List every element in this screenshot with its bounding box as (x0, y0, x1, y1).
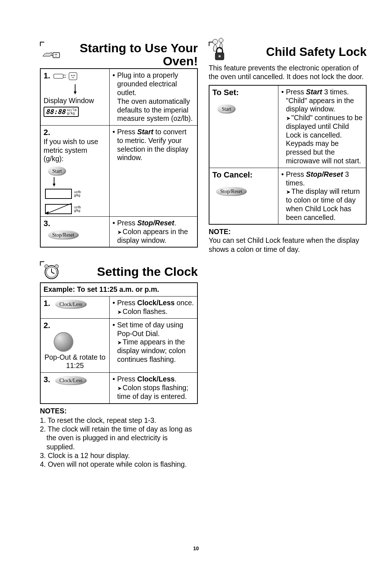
step-number: 2. (44, 321, 50, 330)
display-blank-icon (45, 189, 72, 199)
start-button-icon: Start (48, 167, 66, 176)
step1-text: Plug into a properly grounded electrical… (117, 71, 194, 123)
lock-cancel-text: Press Stop/Reset 3 times. The display wi… (286, 170, 363, 222)
clock-less-button-icon: Clock/Less (55, 300, 87, 309)
svg-marker-12 (74, 91, 77, 94)
step-number: 2. (44, 128, 50, 137)
clock-notes-label: NOTES: (40, 407, 198, 415)
stop-reset-button-icon: Stop/Reset (216, 187, 247, 196)
svg-rect-8 (69, 73, 77, 80)
hand-oven-icon (41, 45, 62, 65)
svg-line-15 (47, 203, 72, 213)
pop-out-dial-icon (54, 332, 73, 352)
clock-note: 2. The clock will retain the time of day… (40, 425, 198, 451)
step-number: 1. (44, 299, 50, 308)
lock-set-label: To Set: (212, 88, 275, 98)
clock-step1-text: Press Clock/Less once. Colon flashes. (117, 299, 194, 316)
start-button-icon: Start (217, 105, 236, 114)
svg-point-9 (72, 75, 73, 76)
lock-intro: This feature prevents the electronic ope… (209, 64, 367, 81)
page-number: 10 (0, 545, 392, 551)
svg-rect-5 (54, 74, 63, 78)
svg-point-21 (45, 265, 48, 268)
starting-table: 1. (40, 68, 198, 248)
clock-example: Example: To set 11:25 a.m. or p.m. (40, 283, 197, 296)
svg-point-23 (213, 39, 218, 44)
clock-table: Example: To set 11:25 a.m. or p.m. 1. Cl… (40, 282, 198, 404)
step2-left-text: If you wish to use metric system (g/kg): (44, 138, 106, 163)
clock-step2-text: Set time of day using Pop-Out Dial. Time… (117, 321, 194, 364)
stop-reset-button-icon: Stop/Reset (48, 230, 79, 240)
svg-marker-14 (53, 184, 56, 187)
clock-icon (41, 261, 62, 282)
clock-note: 1. To reset the clock, repeat step 1-3. (40, 416, 198, 425)
lock-note-label: NOTE: (209, 228, 367, 236)
section-header-lock: Child Safety Lock (209, 42, 367, 62)
section-header-starting: Starting to Use Your Oven! (40, 42, 198, 68)
svg-marker-16 (46, 211, 49, 215)
section-title-clock: Setting the Clock (64, 265, 198, 278)
lock-table: To Set: Start • Press Start 3 times. "Ch… (209, 85, 367, 225)
step-number: 1. (44, 71, 50, 81)
svg-point-2 (56, 54, 57, 54)
display-window-label: Display Window (44, 97, 106, 105)
child-lock-icon (209, 42, 230, 62)
svg-point-22 (55, 265, 58, 268)
section-title-lock: Child Safety Lock (232, 46, 367, 58)
step2-text: Press Start to convert to metric. Verify… (117, 128, 194, 162)
svg-point-26 (219, 55, 221, 57)
clock-step2-left: Pop-Out & rotate to 11:25 (44, 353, 106, 371)
lock-cancel-label: To Cancel: (212, 170, 275, 180)
svg-point-1 (55, 54, 56, 54)
clock-step3-text: Press Clock/Less. Colon stops flashing; … (117, 375, 194, 401)
step-number: 3. (44, 219, 50, 228)
svg-rect-0 (53, 53, 60, 58)
lock-set-text: Press Start 3 times. "Child" appears in … (286, 88, 363, 166)
section-header-clock: Setting the Clock (40, 261, 198, 282)
svg-point-4 (52, 55, 53, 56)
display-window-icon: 88:88 oz/lb g/kg (44, 107, 79, 117)
lock-note-text: You can set Child Lock feature when the … (209, 236, 367, 254)
section-title-starting: Starting to Use Your Oven! (64, 42, 198, 68)
clock-note: 3. Clock is a 12 hour display. (40, 451, 198, 460)
svg-point-24 (219, 38, 223, 42)
step3-text: Press Stop/Reset. Colon appears in the d… (117, 219, 194, 245)
plug-outlet-icon (53, 71, 78, 83)
step-number: 3. (44, 375, 50, 384)
svg-point-10 (74, 75, 75, 76)
svg-point-3 (51, 55, 52, 56)
clock-note: 4. Oven will not operate while colon is … (40, 460, 198, 469)
clock-less-button-icon: Clock/Less (55, 376, 87, 385)
